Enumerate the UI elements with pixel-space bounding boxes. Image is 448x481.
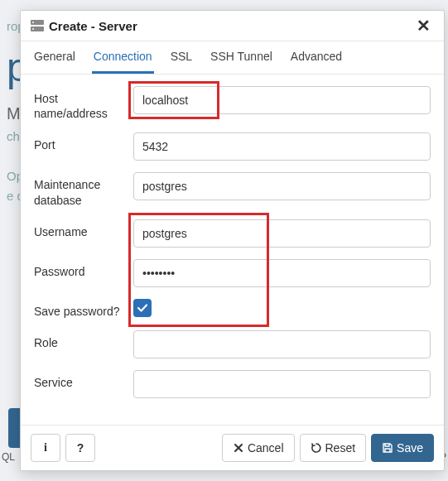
recycle-icon: [311, 442, 322, 454]
tab-bar: General Connection SSL SSH Tunnel Advanc…: [21, 41, 444, 75]
role-input[interactable]: [133, 330, 431, 358]
reset-button[interactable]: Reset: [300, 434, 367, 462]
cancel-button[interactable]: Cancel: [222, 434, 295, 462]
host-label: Host name/address: [34, 86, 133, 121]
password-input[interactable]: [133, 259, 431, 287]
savepw-label: Save password?: [34, 299, 133, 319]
tab-connection[interactable]: Connection: [92, 41, 154, 74]
savepw-checkbox[interactable]: [133, 299, 152, 317]
save-icon: [382, 442, 393, 454]
service-input[interactable]: [133, 370, 431, 398]
server-icon: [31, 20, 44, 31]
reset-label: Reset: [325, 441, 356, 455]
x-icon: [233, 442, 244, 454]
cancel-label: Cancel: [248, 441, 284, 455]
role-label: Role: [34, 330, 133, 350]
create-server-dialog: Create - Server ✕ General Connection SSL…: [20, 10, 445, 471]
help-button[interactable]: ?: [65, 434, 95, 462]
save-button[interactable]: Save: [371, 434, 434, 462]
svg-point-3: [32, 28, 34, 30]
username-input[interactable]: [133, 219, 431, 248]
dialog-header: Create - Server ✕: [21, 11, 444, 41]
close-button[interactable]: ✕: [413, 17, 434, 34]
port-label: Port: [34, 132, 133, 152]
check-icon: [137, 302, 148, 314]
service-label: Service: [34, 370, 133, 390]
question-icon: ?: [77, 441, 84, 455]
password-label: Password: [34, 259, 133, 279]
port-input[interactable]: [133, 132, 431, 161]
svg-point-2: [32, 22, 34, 23]
info-button[interactable]: i: [31, 434, 60, 462]
dialog-footer: i ? Cancel Reset Save: [21, 425, 444, 470]
host-input[interactable]: [133, 86, 431, 114]
tab-ssh-tunnel[interactable]: SSH Tunnel: [209, 41, 274, 74]
maintdb-input[interactable]: [133, 172, 431, 200]
tab-ssl[interactable]: SSL: [169, 41, 194, 74]
dialog-title: Create - Server: [49, 19, 137, 33]
tab-advanced[interactable]: Advanced: [289, 41, 344, 74]
username-label: Username: [34, 219, 133, 239]
tab-general[interactable]: General: [32, 41, 77, 74]
info-icon: i: [44, 441, 47, 455]
dialog-body: Host name/address Port Maintenance datab…: [21, 75, 444, 425]
save-label: Save: [397, 441, 423, 455]
close-icon: ✕: [417, 17, 431, 35]
maintdb-label: Maintenance database: [34, 172, 133, 207]
